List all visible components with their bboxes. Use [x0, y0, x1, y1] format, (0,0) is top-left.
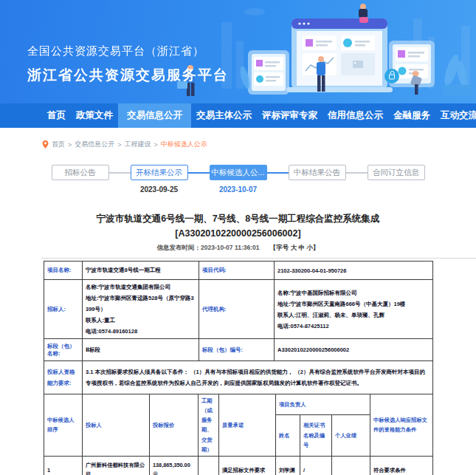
breadcrumb-home[interactable]: 首页: [52, 140, 65, 149]
step-connector: [109, 172, 131, 174]
project-name-label: 项目名称:: [44, 262, 83, 280]
nav-item-experts[interactable]: 评标评审专家: [257, 103, 322, 128]
step-date: [52, 185, 109, 194]
step-date: 2023-09-25: [131, 185, 188, 194]
header-quality: 质量承诺: [219, 394, 276, 457]
page-title-code: [A3302010220000256006002]: [32, 226, 445, 241]
nav-item-finance[interactable]: 金融服务: [388, 103, 435, 128]
step-box[interactable]: 开标结果公示: [131, 165, 188, 180]
step-opening-result: 开标结果公示 2023-09-25: [131, 165, 188, 194]
step-connector: [188, 172, 210, 174]
agency-phone: 电话:0574-87425112: [277, 321, 430, 332]
qualification-label: 投标人资格能力要求:: [44, 361, 83, 394]
section-name-value: Ⅱ标段: [83, 339, 199, 361]
project-info-table: 项目名称: 宁波市轨道交通8号线一期工程 项目代码: 2102-330200-0…: [44, 261, 433, 394]
nav-item-interaction[interactable]: 互动交流: [435, 103, 476, 128]
candidate-leader-cert: /: [300, 456, 332, 475]
step-date: 2023-10-07: [210, 185, 267, 194]
breadcrumb-engineering[interactable]: 工程建设: [125, 140, 151, 149]
candidate-leader-name: 刘学渊: [276, 456, 300, 475]
site-title: 浙江省公共资源交易服务平台: [27, 66, 229, 85]
tenderer-contact: 联系人:董工: [86, 315, 196, 326]
header-leader-cert: 相关证书名称及编号: [300, 414, 332, 456]
table-row: 招标人: 名称:宁波市轨道交通集团有限公司 地址:宁波市鄞州区青迳路528号（原…: [44, 280, 433, 339]
location-pin-icon: [42, 140, 49, 148]
step-box[interactable]: 合同订立信息: [368, 165, 425, 180]
candidate-leader-achievement: [332, 456, 370, 475]
candidate-row: 1 广州新科佳都科技有限公司 138,865,350.00元 满足招标文件要求 …: [44, 456, 433, 475]
breadcrumb-current: 中标候选人公示: [161, 140, 207, 149]
step-connector: [267, 172, 289, 174]
agency-contact: 联系人:江明、汪淑莉、杨未、单琰璨、孔辉: [277, 310, 430, 321]
publish-time: 信息发布时间：2023-10-07 11:36:01: [157, 244, 260, 251]
candidate-price: 138,865,350.00元: [150, 456, 199, 475]
header-bidder: 投标人: [83, 394, 150, 457]
breadcrumb-separator: >: [117, 141, 121, 148]
step-award-result: 中标结果公告: [289, 165, 346, 194]
step-tender-announcement: 招标公告: [52, 165, 109, 194]
candidate-rank: 1: [44, 456, 83, 475]
article-meta: 信息发布时间：2023-10-07 11:36:01 【字号 大 中 小】: [0, 244, 476, 253]
nav-item-policy[interactable]: 政策文件: [71, 103, 118, 128]
section-name-label: 标段（包）名称:: [44, 339, 83, 361]
section-code-label: 标段（包）编号:: [199, 339, 275, 361]
project-code-label: 项目代码:: [199, 262, 275, 280]
site-national-title: 全国公共资源交易平台（浙江省）: [27, 44, 229, 58]
step-box[interactable]: 中标结果公告: [289, 165, 346, 180]
table-row: 投标人资格能力要求: 3.1 本次招标要求投标人须具备以下条件： （1）具有与本…: [44, 361, 433, 394]
candidates-table: 中标候选人排序 投标人 投标报价 工期（或服务期、交货期） 质量承诺 项目负责人…: [44, 394, 433, 475]
nav-item-home[interactable]: 首页: [42, 103, 71, 128]
header-condition: 中标候选人响应招标文件的资格能力条件: [370, 394, 433, 457]
step-contract-info: 合同订立信息: [368, 165, 425, 194]
step-box[interactable]: 招标公告: [52, 165, 109, 180]
step-box[interactable]: 中标候选人公...: [210, 165, 267, 180]
breadcrumb: 首页 > 交易信息公开 > 工程建设 > 中标候选人公示: [42, 140, 476, 149]
process-steps: 招标公告 开标结果公示 2023-09-25 中标候选人公... 2023-10…: [0, 165, 476, 194]
font-size-controls[interactable]: 【字号 大 中 小】: [270, 244, 320, 251]
section-code-value: A3302010220000256006002: [275, 339, 433, 361]
breadcrumb-separator: >: [154, 141, 158, 148]
step-date: [289, 185, 346, 194]
agency-label: 代理机构:: [199, 280, 275, 339]
header-price: 投标报价: [150, 394, 199, 457]
candidate-quality: 满足招标文件要求: [219, 456, 276, 475]
table-header-row: 中标候选人排序 投标人 投标报价 工期（或服务期、交货期） 质量承诺 项目负责人…: [44, 394, 433, 415]
agency-value: 名称:宁波中基国际招标有限公司 地址:宁波市鄞州区天童南路666号（中基大厦）1…: [275, 280, 433, 339]
candidate-bidder: 广州新科佳都科技有限公司: [83, 456, 150, 475]
nav-item-trade-info[interactable]: 交易信息公开: [118, 103, 191, 128]
site-banner: 全国公共资源交易平台（浙江省） 浙江省公共资源交易服务平台: [0, 0, 476, 103]
step-date: [368, 185, 425, 194]
header-duration: 工期（或服务期、交货期）: [199, 394, 219, 457]
header-project-leader: 项目负责人: [276, 394, 370, 415]
tenderer-label: 招标人:: [44, 280, 83, 339]
tenderer-address: 地址:宁波市鄞州区青迳路528号（原宁穿路3399号）: [86, 293, 196, 315]
tenderer-phone: 电话:0574-89160128: [86, 326, 196, 337]
tenderer-value: 名称:宁波市轨道交通集团有限公司 地址:宁波市鄞州区青迳路528号（原宁穿路33…: [83, 280, 199, 339]
breadcrumb-separator: >: [68, 141, 72, 148]
project-code-value: 2102-330200-04-01-950726: [275, 262, 433, 280]
main-nav: 首页 政策文件 交易信息公开 交易主体公示 评标评审专家 信用信息公示 金融服务…: [0, 103, 476, 128]
candidate-duration: [199, 456, 219, 475]
step-connector: [346, 172, 368, 174]
divider: [41, 258, 476, 259]
agency-address: 地址:宁波市鄞州区天童南路666号（中基大厦）19楼: [277, 298, 430, 310]
header-leader-achievement: 个人业绩: [332, 414, 370, 456]
project-name-value: 宁波市轨道交通8号线一期工程: [83, 262, 199, 280]
step-candidate-publicity: 中标候选人公... 2023-10-07: [210, 165, 267, 194]
page-title-line1: 宁波市轨道交通6号线一期、7号线、8号线一期工程综合监控系统集成: [32, 211, 445, 226]
header-leader-name: 姓名: [276, 414, 300, 456]
breadcrumb-trade-info[interactable]: 交易信息公开: [75, 140, 114, 149]
candidate-condition: 符合要求条件: [370, 456, 433, 475]
table-row: 标段（包）名称: Ⅱ标段 标段（包）编号: A33020102200002560…: [44, 339, 433, 361]
nav-item-trade-subject[interactable]: 交易主体公示: [191, 103, 257, 128]
agency-name: 名称:宁波中基国际招标有限公司: [277, 287, 430, 298]
nav-item-credit[interactable]: 信用信息公示: [322, 103, 388, 128]
qualification-value: 3.1 本次招标要求投标人须具备以下条件： （1）具有与本招标项目相应的供货能力…: [83, 361, 433, 394]
tenderer-name: 名称:宁波市轨道交通集团有限公司: [86, 281, 196, 293]
header-rank: 中标候选人排序: [44, 394, 83, 457]
page-title: 宁波市轨道交通6号线一期、7号线、8号线一期工程综合监控系统集成 [A33020…: [32, 211, 445, 241]
table-row: 项目名称: 宁波市轨道交通8号线一期工程 项目代码: 2102-330200-0…: [44, 262, 433, 280]
